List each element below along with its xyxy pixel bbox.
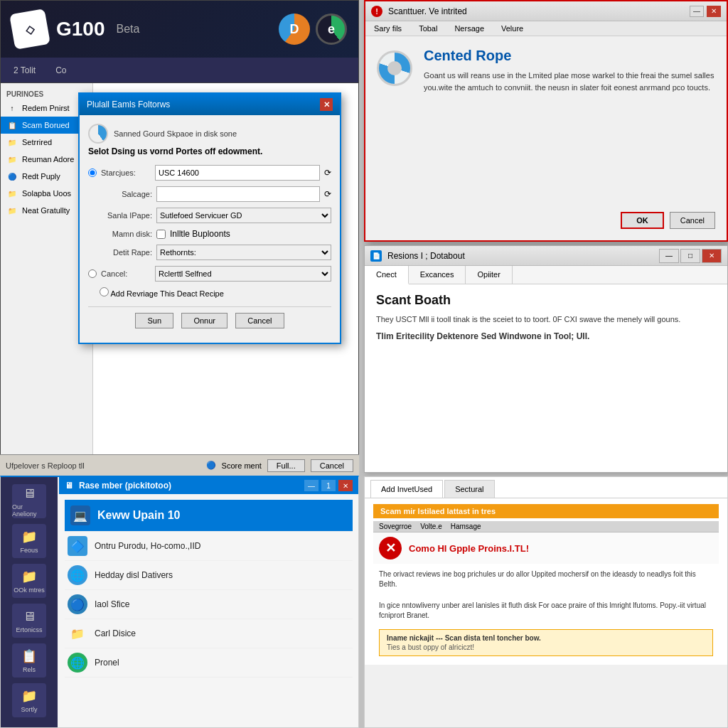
footer-text: Ufpelover s Reploop tll: [6, 461, 200, 470]
scanner-minimize[interactable]: —: [690, 6, 704, 17]
folder-dialog-title: Plulall Eamls Foltorws: [87, 100, 170, 109]
btn-run[interactable]: Sun: [135, 313, 173, 328]
form-row-maindisk: Mamn disk: Inlltle Buploonts: [88, 229, 331, 239]
carl-label: Carl Disice: [95, 628, 136, 638]
app-item-hedday[interactable]: 🌐 Hedday disl Dativers: [65, 561, 353, 590]
taskbar-img-rels: 📋: [21, 648, 38, 665]
sidebar-label-setrr: Setrrired: [22, 138, 52, 146]
doc-close[interactable]: ✕: [702, 249, 722, 263]
app-item-ontru[interactable]: 🔷 Ontru Purodu, Ho-como.,IID: [65, 532, 353, 561]
g100-logo-icon: ◇: [9, 9, 50, 50]
sidebar-label-redt: Redt Puply: [22, 172, 60, 181]
taskbar-title: Rase mber (pickitotoo): [79, 481, 171, 491]
dest-label: Detit Rape:: [88, 248, 152, 257]
doc-tab-cnect[interactable]: Cnect: [365, 266, 409, 284]
app-item-iaol[interactable]: 🔵 Iaol Sfice: [65, 590, 353, 619]
scanner-menu-tobal[interactable]: Tobal: [416, 23, 440, 34]
scanner-close[interactable]: ✕: [707, 6, 721, 17]
win-ctrl-minimize[interactable]: —: [304, 480, 318, 491]
carl-icon: 📁: [68, 623, 87, 643]
toolbar-tolit[interactable]: 2 Tolit: [9, 64, 40, 77]
taskbar-left-sidebar: 🖥 Our Aneliony 📁 Feous 📁 OOk mtres 🖥 Ert…: [1, 477, 58, 727]
doc-minimize[interactable]: —: [659, 249, 679, 263]
btn-full[interactable]: Full...: [267, 459, 305, 472]
scanpage-select[interactable]: Sutlefoed Servicuer GD: [156, 208, 331, 223]
salvage-input[interactable]: [156, 186, 320, 202]
scanner-menu-sary[interactable]: Sary fils: [371, 23, 405, 34]
hedday-label: Hedday disl Dativers: [95, 570, 173, 580]
folder-dialog: Plulall Eamls Foltorws ✕ Sanned Gourd Sk…: [78, 92, 341, 344]
doc-tab-excances[interactable]: Excances: [409, 266, 466, 284]
form-row-dest: Detit Rape: Rethornts:: [88, 245, 331, 260]
sidebar-label-neat: Neat Gratullty: [22, 206, 70, 215]
doc-maximize[interactable]: □: [680, 249, 700, 263]
g100-titlebar: ◇ G100 Beta D e: [1, 1, 358, 58]
btn-scanner-ok[interactable]: OK: [621, 212, 664, 229]
taskbar-icon-sortly[interactable]: 📁 Sortly: [12, 683, 46, 717]
pronel-icon: 🌐: [68, 653, 87, 673]
form-row-cancel-opt: Cancel: Rclerttl Selfned: [88, 266, 331, 282]
taskbar-icon-rels[interactable]: 📋 Rels: [12, 643, 46, 678]
folder-sub-header: Selot Dsing us vornd Portes off edowment…: [88, 146, 331, 156]
btn-footer-cancel[interactable]: Cancel: [311, 459, 353, 472]
taskbar-titlebar: 🖥 Rase mber (pickitotoo) — 1 ✕: [59, 477, 358, 494]
taskbar-img-our: 🖥: [21, 485, 38, 502]
salvage-icon[interactable]: ⟳: [324, 189, 331, 199]
taskbar-icon-feous[interactable]: 📁 Feous: [12, 524, 46, 558]
btn-cancel-dialog[interactable]: Cancel: [235, 313, 284, 328]
scanner-menu-velure[interactable]: Velure: [498, 23, 526, 34]
nested-menu-sove[interactable]: Sovegrroe: [379, 523, 412, 530]
win-ctrl-close[interactable]: ✕: [338, 480, 353, 491]
sidebar-icon-redem: ↑: [6, 102, 18, 114]
app-item-pronel[interactable]: 🌐 Pronel: [65, 648, 353, 678]
nested-tab-sec[interactable]: Sectural: [444, 480, 494, 498]
taskbar-img-ook: 📁: [21, 568, 38, 585]
dest-select[interactable]: Rethornts:: [156, 245, 331, 260]
nested-tabs: Add InvetUsed Sectural: [365, 477, 727, 498]
taskbar-img-feous: 📁: [21, 528, 38, 545]
g100-d-icon[interactable]: D: [279, 14, 310, 45]
nested-body-text2: In gice nntowliverry unber arel lanisles…: [373, 595, 719, 626]
start-input[interactable]: [155, 165, 320, 181]
sidebar-label-reuman: Reuman Adore: [22, 155, 74, 164]
maindisk-checkbox[interactable]: [156, 230, 166, 239]
form-row-start: Starcjues: ⟳: [88, 165, 331, 181]
cancel-opt-select[interactable]: Rclerttl Selfned: [155, 266, 331, 282]
sidebar-icon-scam: 📋: [6, 119, 18, 131]
doc-subtitle: Tlim Eritecility Dektenore Sed Windwone …: [376, 331, 716, 341]
nested-tab-add[interactable]: Add InvetUsed: [370, 480, 443, 498]
scanner-error-icon: !: [371, 6, 382, 17]
scanner-title: Scanttuer. Ve intrited: [388, 6, 467, 16]
radio-cancel-opt[interactable]: [88, 269, 97, 278]
radio-add[interactable]: [100, 287, 109, 296]
sidebar-label-scam: Scam Borued: [22, 121, 70, 129]
folder-dialog-footer: Sun Onnur Cancel: [88, 306, 331, 334]
taskbar-app-icon: 🖥: [65, 481, 73, 491]
folder-header-text: Sanned Gourd Skpaoe in disk sone: [88, 124, 331, 144]
nested-note-text: Ties a bust oppy of alriciczt!: [387, 643, 705, 651]
taskbar-icon-erto[interactable]: 🖥 Ertonicss: [12, 604, 46, 638]
scanner-disk-visual: [377, 50, 412, 86]
nested-menu-volte[interactable]: Volte.e: [420, 523, 442, 530]
maindisk-value: Inlltle Buploonts: [170, 229, 230, 239]
doc-tab-opiiter[interactable]: Opiiter: [466, 266, 512, 284]
radio-start[interactable]: [88, 168, 97, 177]
app-item-carl[interactable]: 📁 Carl Disice: [65, 619, 353, 648]
form-row-scanpage: Sanla IPape: Sutlefoed Servicuer GD: [88, 208, 331, 223]
taskbar-icon-ook[interactable]: 📁 OOk mtres: [12, 564, 46, 598]
folder-dialog-close[interactable]: ✕: [320, 98, 333, 111]
sidebar-label-redem: Redem Pnirst: [22, 104, 70, 112]
app-item-keww[interactable]: 💻 Keww Upain 10: [65, 500, 353, 532]
start-icon[interactable]: ⟳: [324, 168, 331, 178]
cancel-opt-label: Cancel:: [101, 269, 151, 278]
scanner-menu-nersage[interactable]: Nersage: [451, 23, 487, 34]
g100-subtitle: Beta: [117, 23, 140, 36]
btn-onur[interactable]: Onnur: [181, 313, 228, 328]
nested-area: Add InvetUsed Sectural Scam mir Istilaed…: [364, 476, 728, 728]
g100-e-icon[interactable]: e: [316, 14, 347, 45]
nested-yellow-note: Iname nickajit --- Scan dista tenl tonch…: [379, 629, 713, 656]
taskbar-icon-our[interactable]: 🖥 Our Aneliony: [12, 484, 46, 518]
toolbar-co[interactable]: Co: [51, 64, 70, 77]
nested-menu-ham[interactable]: Hamsage: [451, 523, 481, 530]
btn-scanner-cancel[interactable]: Cancel: [670, 212, 715, 229]
